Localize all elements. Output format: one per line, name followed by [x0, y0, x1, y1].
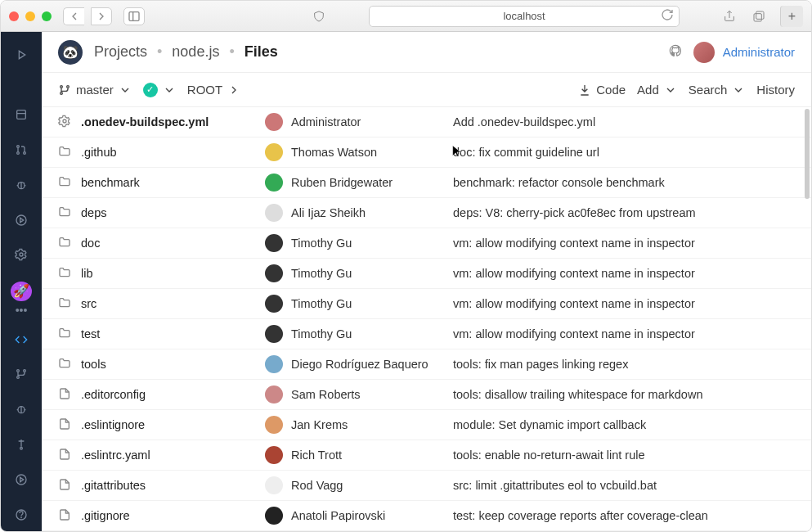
- branch-name: master: [76, 83, 114, 97]
- tabs-icon[interactable]: [747, 7, 770, 26]
- user-name[interactable]: Administrator: [723, 45, 795, 59]
- file-row[interactable]: docTimothy Guvm: allow modifying context…: [42, 228, 811, 259]
- author-name: Ruben Bridgewater: [291, 176, 393, 189]
- root-label: ROOT: [187, 83, 222, 97]
- back-button[interactable]: [63, 7, 84, 25]
- branch-picker[interactable]: master: [58, 83, 132, 97]
- share-icon[interactable]: [718, 7, 741, 26]
- crumb-projects[interactable]: Projects: [94, 43, 147, 61]
- add-button[interactable]: Add: [637, 83, 677, 97]
- svg-marker-18: [20, 218, 24, 222]
- maximize-window-button[interactable]: [42, 11, 52, 21]
- breadcrumb-separator-icon: •: [157, 43, 162, 61]
- search-button[interactable]: Search: [689, 83, 746, 97]
- breadcrumb: Projects • node.js • Files: [94, 43, 278, 61]
- history-label: History: [756, 83, 795, 97]
- author-name: Thomas Watson: [291, 146, 377, 159]
- file-row[interactable]: .githubThomas Watsondoc: fix commit guid…: [42, 138, 811, 168]
- rail-builds-icon[interactable]: [12, 471, 30, 488]
- rail-branches-icon[interactable]: [12, 366, 30, 383]
- commit-message: module: Set dynamic import callback: [453, 418, 795, 431]
- file-name: test: [81, 327, 265, 340]
- forward-button[interactable]: [91, 7, 112, 25]
- scrollbar-thumb[interactable]: [805, 109, 810, 199]
- rail-rocket-icon[interactable]: 🚀: [11, 282, 32, 302]
- svg-rect-0: [129, 11, 139, 20]
- commit-message: vm: allow modifying context name in insp…: [453, 297, 795, 310]
- chevron-down-icon: [119, 83, 132, 97]
- crumb-section[interactable]: Files: [244, 43, 278, 61]
- file-name: deps: [81, 206, 265, 219]
- address-bar[interactable]: localhost: [369, 6, 680, 27]
- file-row[interactable]: toolsDiego Rodríguez Baquerotools: fix m…: [42, 349, 811, 380]
- commit-message: tools: disallow trailing whitespace for …: [453, 388, 795, 401]
- rail-help-icon[interactable]: [12, 506, 30, 523]
- build-status-picker[interactable]: ✓: [143, 83, 176, 97]
- new-tab-button[interactable]: +: [780, 6, 803, 27]
- file-row[interactable]: .onedev-buildspec.ymlAdministratorAdd .o…: [42, 107, 811, 138]
- rail-tag-icon[interactable]: [12, 436, 30, 453]
- folder-icon: [58, 236, 73, 251]
- rail-archive-icon[interactable]: [12, 106, 30, 124]
- rail-code-icon[interactable]: [12, 331, 30, 348]
- file-row[interactable]: .eslintrc.yamlRich Trotttools: enable no…: [42, 440, 811, 471]
- minimize-window-button[interactable]: [25, 11, 35, 21]
- file-row[interactable]: depsAli Ijaz Sheikhdeps: V8: cherry-pick…: [42, 198, 811, 228]
- app-logo-icon[interactable]: 🐼: [58, 40, 83, 65]
- shield-icon[interactable]: [307, 7, 330, 26]
- file-name: .github: [81, 146, 265, 159]
- commit-message: tools: fix man pages linking regex: [453, 358, 795, 371]
- file-row[interactable]: .editorconfigSam Robertstools: disallow …: [42, 380, 811, 410]
- github-icon[interactable]: [669, 44, 682, 61]
- svg-point-30: [16, 475, 26, 485]
- path-root[interactable]: ROOT: [187, 83, 240, 97]
- rail-more-icon[interactable]: •••: [16, 308, 28, 313]
- author-name: Administrator: [291, 115, 361, 128]
- history-button[interactable]: History: [756, 83, 795, 97]
- add-label: Add: [637, 83, 659, 97]
- code-button[interactable]: Code: [578, 83, 626, 97]
- file-row[interactable]: testTimothy Guvm: allow modifying contex…: [42, 319, 811, 349]
- svg-point-37: [63, 119, 66, 123]
- file-icon: [58, 478, 73, 494]
- author-name: Timothy Gu: [291, 297, 352, 310]
- file-icon: [58, 387, 73, 403]
- file-row[interactable]: .gitattributesRod Vaggsrc: limit .gitatt…: [42, 471, 811, 501]
- svg-point-21: [17, 376, 20, 379]
- rail-pull-request-icon[interactable]: [12, 142, 30, 159]
- file-row[interactable]: .gitignoreAnatoli Papirovskitest: keep c…: [42, 501, 811, 531]
- rail-issues-icon[interactable]: [12, 401, 30, 418]
- crumb-repo[interactable]: node.js: [172, 43, 219, 61]
- file-row[interactable]: benchmarkRuben Bridgewaterbenchmark: ref…: [42, 168, 811, 198]
- svg-point-22: [24, 370, 26, 372]
- file-name: .gitignore: [81, 509, 265, 522]
- file-icon: [58, 508, 73, 524]
- commit-message: tools: enable no-return-await lint rule: [453, 449, 795, 462]
- svg-point-34: [61, 85, 63, 88]
- close-window-button[interactable]: [9, 11, 19, 21]
- file-row[interactable]: libTimothy Guvm: allow modifying context…: [42, 259, 811, 289]
- author-name: Timothy Gu: [291, 327, 352, 340]
- file-name: .onedev-buildspec.yml: [81, 115, 265, 128]
- sidebar-toggle-button[interactable]: [123, 7, 145, 25]
- rail-run-icon[interactable]: [12, 211, 30, 228]
- author-avatar: [265, 295, 283, 313]
- author-avatar: [265, 264, 283, 282]
- folder-icon: [58, 296, 73, 312]
- file-row[interactable]: .eslintignoreJan Kremsmodule: Set dynami…: [42, 410, 811, 440]
- reload-icon[interactable]: [661, 8, 674, 24]
- author-avatar: [265, 174, 283, 192]
- repo-toolbar: master ✓ ROOT Code Add Search: [42, 73, 811, 107]
- rail-bug-icon[interactable]: [12, 176, 30, 193]
- rail-settings-icon[interactable]: [12, 246, 30, 264]
- code-label: Code: [596, 83, 626, 97]
- file-name: lib: [81, 267, 265, 280]
- svg-point-19: [20, 253, 23, 256]
- author-avatar: [265, 446, 283, 464]
- author-avatar: [265, 416, 283, 434]
- file-name: .eslintrc.yaml: [81, 449, 265, 462]
- rail-play-icon[interactable]: [12, 47, 30, 64]
- file-row[interactable]: srcTimothy Guvm: allow modifying context…: [42, 289, 811, 319]
- commit-message: vm: allow modifying context name in insp…: [453, 267, 795, 280]
- user-avatar[interactable]: [693, 42, 715, 63]
